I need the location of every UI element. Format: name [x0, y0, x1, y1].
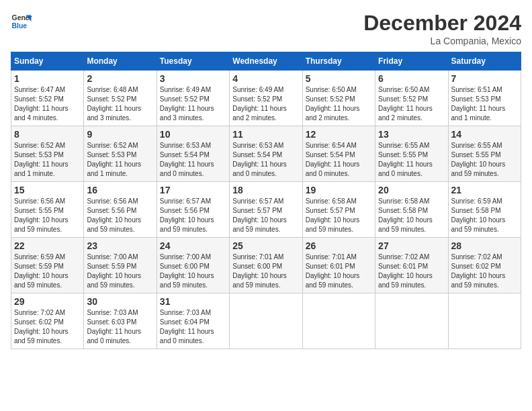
calendar-cell: 30 Sunrise: 7:03 AM Sunset: 6:03 PM Dayl… — [84, 293, 157, 349]
calendar-week-5: 29 Sunrise: 7:02 AM Sunset: 6:02 PM Dayl… — [11, 293, 521, 349]
day-info: Sunrise: 7:03 AM Sunset: 6:03 PM Dayligh… — [87, 308, 153, 346]
calendar-cell: 2 Sunrise: 6:48 AM Sunset: 5:52 PM Dayli… — [84, 71, 157, 126]
day-info: Sunrise: 7:02 AM Sunset: 6:02 PM Dayligh… — [451, 253, 518, 290]
day-number: 18 — [232, 185, 299, 195]
day-number: 11 — [232, 129, 299, 140]
calendar-cell: 27 Sunrise: 7:02 AM Sunset: 6:01 PM Dayl… — [375, 238, 448, 293]
day-number: 10 — [160, 129, 226, 140]
calendar-cell: 4 Sunrise: 6:49 AM Sunset: 5:52 PM Dayli… — [230, 71, 302, 126]
day-info: Sunrise: 6:54 AM Sunset: 5:54 PM Dayligh… — [306, 141, 372, 179]
day-info: Sunrise: 6:55 AM Sunset: 5:55 PM Dayligh… — [451, 141, 518, 179]
day-number: 27 — [378, 240, 445, 251]
day-info: Sunrise: 6:52 AM Sunset: 5:53 PM Dayligh… — [14, 141, 81, 179]
calendar-cell: 11 Sunrise: 6:53 AM Sunset: 5:54 PM Dayl… — [230, 126, 302, 182]
day-number: 4 — [232, 73, 299, 84]
location: La Compania, Mexico — [363, 36, 521, 46]
day-info: Sunrise: 6:55 AM Sunset: 5:55 PM Dayligh… — [378, 141, 445, 179]
calendar-cell: 7 Sunrise: 6:51 AM Sunset: 5:53 PM Dayli… — [448, 71, 521, 126]
day-info: Sunrise: 7:00 AM Sunset: 5:59 PM Dayligh… — [87, 253, 153, 290]
day-number: 24 — [160, 240, 226, 251]
day-info: Sunrise: 6:48 AM Sunset: 5:52 PM Dayligh… — [87, 85, 153, 123]
day-number: 22 — [14, 240, 81, 251]
calendar-cell: 1 Sunrise: 6:47 AM Sunset: 5:52 PM Dayli… — [11, 71, 84, 126]
calendar-cell: 18 Sunrise: 6:57 AM Sunset: 5:57 PM Dayl… — [230, 182, 302, 238]
day-number: 12 — [306, 129, 372, 140]
day-number: 8 — [14, 129, 81, 140]
title-area: December 2024 La Compania, Mexico — [363, 11, 521, 46]
day-number: 9 — [87, 129, 153, 140]
day-header-friday: Friday — [375, 52, 448, 71]
day-number: 6 — [378, 73, 445, 84]
day-number: 21 — [451, 185, 518, 195]
calendar-cell: 6 Sunrise: 6:50 AM Sunset: 5:52 PM Dayli… — [375, 71, 448, 126]
day-number: 13 — [378, 129, 445, 140]
day-info: Sunrise: 6:57 AM Sunset: 5:56 PM Dayligh… — [160, 197, 226, 234]
day-header-tuesday: Tuesday — [157, 52, 229, 71]
calendar-cell: 10 Sunrise: 6:53 AM Sunset: 5:54 PM Dayl… — [157, 126, 229, 182]
day-info: Sunrise: 6:59 AM Sunset: 5:58 PM Dayligh… — [451, 197, 518, 234]
day-info: Sunrise: 6:47 AM Sunset: 5:52 PM Dayligh… — [14, 85, 81, 123]
day-info: Sunrise: 6:52 AM Sunset: 5:53 PM Dayligh… — [87, 141, 153, 179]
calendar-cell: 16 Sunrise: 6:56 AM Sunset: 5:56 PM Dayl… — [84, 182, 157, 238]
day-number: 7 — [451, 73, 518, 84]
day-info: Sunrise: 6:59 AM Sunset: 5:59 PM Dayligh… — [14, 253, 81, 290]
calendar-cell — [230, 293, 302, 349]
logo-icon: General Blue — [11, 11, 32, 32]
day-info: Sunrise: 7:03 AM Sunset: 6:04 PM Dayligh… — [160, 308, 226, 346]
day-info: Sunrise: 7:02 AM Sunset: 6:02 PM Dayligh… — [14, 308, 81, 346]
logo: General Blue — [11, 11, 32, 32]
calendar-cell: 23 Sunrise: 7:00 AM Sunset: 5:59 PM Dayl… — [84, 238, 157, 293]
day-info: Sunrise: 6:58 AM Sunset: 5:58 PM Dayligh… — [378, 197, 445, 234]
calendar-cell: 9 Sunrise: 6:52 AM Sunset: 5:53 PM Dayli… — [84, 126, 157, 182]
day-info: Sunrise: 7:02 AM Sunset: 6:01 PM Dayligh… — [378, 253, 445, 290]
calendar-week-1: 1 Sunrise: 6:47 AM Sunset: 5:52 PM Dayli… — [11, 71, 521, 126]
calendar-cell: 25 Sunrise: 7:01 AM Sunset: 6:00 PM Dayl… — [230, 238, 302, 293]
day-info: Sunrise: 6:58 AM Sunset: 5:57 PM Dayligh… — [306, 197, 372, 234]
day-info: Sunrise: 7:00 AM Sunset: 6:00 PM Dayligh… — [160, 253, 226, 290]
calendar-cell: 28 Sunrise: 7:02 AM Sunset: 6:02 PM Dayl… — [448, 238, 521, 293]
day-number: 26 — [306, 240, 372, 251]
day-number: 31 — [160, 296, 226, 307]
calendar-cell — [448, 293, 521, 349]
calendar-cell: 14 Sunrise: 6:55 AM Sunset: 5:55 PM Dayl… — [448, 126, 521, 182]
day-number: 5 — [306, 73, 372, 84]
day-number: 2 — [87, 73, 153, 84]
header: General Blue December 2024 La Compania, … — [11, 11, 521, 46]
calendar-cell — [375, 293, 448, 349]
calendar-cell: 3 Sunrise: 6:49 AM Sunset: 5:52 PM Dayli… — [157, 71, 229, 126]
day-number: 20 — [378, 185, 445, 195]
day-number: 25 — [232, 240, 299, 251]
calendar-table: SundayMondayTuesdayWednesdayThursdayFrid… — [11, 52, 521, 349]
day-header-sunday: Sunday — [11, 52, 84, 71]
calendar-cell: 21 Sunrise: 6:59 AM Sunset: 5:58 PM Dayl… — [448, 182, 521, 238]
calendar-cell: 22 Sunrise: 6:59 AM Sunset: 5:59 PM Dayl… — [11, 238, 84, 293]
calendar-header-row: SundayMondayTuesdayWednesdayThursdayFrid… — [11, 52, 521, 71]
day-number: 3 — [160, 73, 226, 84]
day-number: 17 — [160, 185, 226, 195]
calendar-cell: 5 Sunrise: 6:50 AM Sunset: 5:52 PM Dayli… — [302, 71, 375, 126]
day-info: Sunrise: 6:57 AM Sunset: 5:57 PM Dayligh… — [232, 197, 299, 234]
day-header-saturday: Saturday — [448, 52, 521, 71]
calendar-cell: 26 Sunrise: 7:01 AM Sunset: 6:01 PM Dayl… — [302, 238, 375, 293]
calendar-cell: 24 Sunrise: 7:00 AM Sunset: 6:00 PM Dayl… — [157, 238, 229, 293]
day-info: Sunrise: 6:50 AM Sunset: 5:52 PM Dayligh… — [306, 85, 372, 123]
day-header-monday: Monday — [84, 52, 157, 71]
day-number: 28 — [451, 240, 518, 251]
day-info: Sunrise: 7:01 AM Sunset: 6:00 PM Dayligh… — [232, 253, 299, 290]
day-info: Sunrise: 6:56 AM Sunset: 5:55 PM Dayligh… — [14, 197, 81, 234]
day-number: 29 — [14, 296, 81, 307]
calendar-week-3: 15 Sunrise: 6:56 AM Sunset: 5:55 PM Dayl… — [11, 182, 521, 238]
day-info: Sunrise: 6:51 AM Sunset: 5:53 PM Dayligh… — [451, 85, 518, 123]
day-info: Sunrise: 7:01 AM Sunset: 6:01 PM Dayligh… — [306, 253, 372, 290]
calendar-cell: 20 Sunrise: 6:58 AM Sunset: 5:58 PM Dayl… — [375, 182, 448, 238]
day-number: 19 — [306, 185, 372, 195]
calendar-cell: 31 Sunrise: 7:03 AM Sunset: 6:04 PM Dayl… — [157, 293, 229, 349]
day-info: Sunrise: 6:56 AM Sunset: 5:56 PM Dayligh… — [87, 197, 153, 234]
calendar-cell: 17 Sunrise: 6:57 AM Sunset: 5:56 PM Dayl… — [157, 182, 229, 238]
day-header-thursday: Thursday — [302, 52, 375, 71]
calendar-cell: 12 Sunrise: 6:54 AM Sunset: 5:54 PM Dayl… — [302, 126, 375, 182]
day-info: Sunrise: 6:50 AM Sunset: 5:52 PM Dayligh… — [378, 85, 445, 123]
day-number: 30 — [87, 296, 153, 307]
calendar-week-4: 22 Sunrise: 6:59 AM Sunset: 5:59 PM Dayl… — [11, 238, 521, 293]
day-number: 14 — [451, 129, 518, 140]
